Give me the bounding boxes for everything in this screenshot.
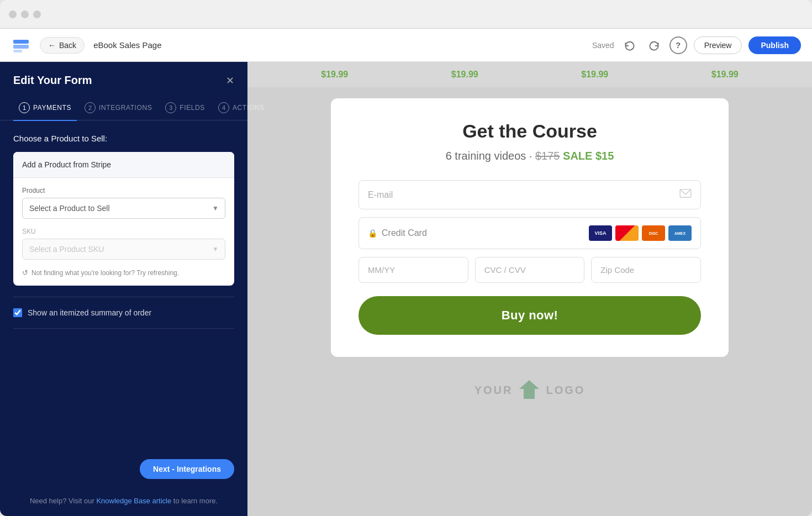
email-input-container[interactable]: E-mail [358, 180, 701, 209]
sidebar: Edit Your Form ✕ 1 PAYMENTS 2 INTEGRATIO… [0, 62, 247, 516]
sale-price: SALE $15 [563, 150, 614, 162]
tab-num-3: 3 [165, 102, 176, 113]
lock-icon: 🔒 [368, 229, 377, 238]
zip-placeholder: Zip Code [600, 265, 634, 275]
back-label: Back [59, 41, 76, 50]
amex-logo: AMEX [668, 225, 692, 241]
top-bar: ← Back eBook Sales Page Saved ? Preview … [0, 29, 812, 62]
product-field-label: Product [22, 187, 225, 194]
price-item-1: $19.99 [321, 70, 348, 80]
logo-area: YOUR LOGO [474, 379, 586, 418]
app-logo [11, 35, 31, 55]
traffic-light-close [9, 10, 17, 18]
help-link[interactable]: Knowledge Base article [96, 497, 171, 505]
publish-button[interactable]: Publish [748, 36, 801, 54]
traffic-light-min [21, 10, 29, 18]
tab-label-actions: ACTIONS [233, 104, 265, 112]
product-select[interactable]: Select a Product to Sell [22, 198, 225, 219]
logo-text-2: LOGO [546, 384, 585, 397]
email-placeholder: E-mail [368, 190, 393, 200]
product-select-wrapper: Select a Product to Sell ▼ [22, 198, 225, 219]
product-card-title: Add a Product from Stripe [22, 160, 111, 169]
sku-field-label: SKU [22, 228, 225, 235]
credit-card-label: Credit Card [382, 228, 427, 238]
close-icon[interactable]: ✕ [226, 75, 234, 87]
date-placeholder: MM/YY [368, 265, 395, 275]
divider-2 [13, 328, 234, 329]
divider-1 [13, 297, 234, 297]
date-input[interactable]: MM/YY [358, 257, 468, 283]
tab-label-payments: PAYMENTS [33, 104, 71, 112]
svg-rect-1 [13, 45, 29, 49]
refresh-icon: ↺ [22, 268, 28, 277]
sidebar-footer: Next - Integrations [0, 450, 247, 490]
logo-placeholder: YOUR LOGO [474, 379, 586, 401]
visa-logo: VISA [589, 225, 612, 241]
redo-button[interactable] [645, 36, 663, 54]
card-logos: VISA DISC AMEX [589, 225, 692, 241]
form-card: Get the Course 6 training videos · $175 … [331, 98, 729, 357]
buy-button[interactable]: Buy now! [358, 296, 701, 335]
form-tabs: 1 PAYMENTS 2 INTEGRATIONS 3 FIELDS 4 ACT… [0, 97, 247, 120]
card-details-row: MM/YY CVC / CVV Zip Code [358, 257, 701, 283]
saved-status: Saved [592, 41, 614, 50]
price-strip: $19.99 $19.99 $19.99 $19.99 [247, 62, 812, 87]
page-title: eBook Sales Page [93, 40, 161, 50]
cvc-input[interactable]: CVC / CVV [475, 257, 585, 283]
tab-num-4: 4 [218, 102, 229, 113]
itemized-checkbox[interactable] [13, 308, 22, 317]
tab-actions[interactable]: 4 ACTIONS [213, 97, 270, 120]
discover-logo: DISC [642, 225, 665, 241]
traffic-lights [9, 10, 41, 18]
itemized-row: Show an itemized summary of order [13, 306, 234, 319]
form-card-title: Get the Course [358, 120, 701, 142]
help-button[interactable]: ? [669, 36, 687, 54]
price-item-2: $19.99 [451, 70, 478, 80]
sku-select-wrapper: Select a Product SKU ▼ [22, 239, 225, 260]
choose-product-label: Choose a Product to Sell: [13, 134, 234, 143]
credit-card-container[interactable]: 🔒 Credit Card VISA DISC AMEX [358, 217, 701, 249]
right-panel: $19.99 $19.99 $19.99 $19.99 Get the Cour… [247, 62, 812, 516]
tab-integrations[interactable]: 2 INTEGRATIONS [79, 97, 157, 120]
help-suffix: to learn more. [171, 497, 218, 505]
back-arrow-icon: ← [48, 41, 56, 50]
tab-num-2: 2 [85, 102, 96, 113]
form-card-subtitle: 6 training videos · $175 SALE $15 [358, 150, 701, 162]
sidebar-content: Choose a Product to Sell: Add a Product … [0, 120, 247, 450]
preview-button[interactable]: Preview [694, 36, 742, 54]
tab-label-fields: FIELDS [180, 104, 205, 112]
next-button[interactable]: Next - Integrations [140, 459, 234, 479]
main-layout: Edit Your Form ✕ 1 PAYMENTS 2 INTEGRATIO… [0, 62, 812, 516]
top-bar-right: Saved ? Preview Publish [592, 36, 801, 54]
back-button[interactable]: ← Back [40, 37, 85, 54]
zip-input[interactable]: Zip Code [591, 257, 701, 283]
itemized-label: Show an itemized summary of order [28, 308, 151, 317]
window-chrome [0, 0, 812, 29]
svg-rect-0 [13, 40, 29, 44]
price-item-3: $19.99 [581, 70, 608, 80]
tab-fields[interactable]: 3 FIELDS [160, 97, 210, 120]
mastercard-logo [615, 225, 639, 241]
svg-rect-2 [13, 50, 22, 52]
subtitle-prefix: 6 training videos · [446, 150, 535, 162]
sidebar-help: Need help? Visit our Knowledge Base arti… [0, 490, 247, 516]
help-text: Need help? Visit our [30, 497, 96, 505]
sku-select[interactable]: Select a Product SKU [22, 239, 225, 260]
tab-label-integrations: INTEGRATIONS [99, 104, 152, 112]
undo-button[interactable] [621, 36, 639, 54]
traffic-light-max [33, 10, 41, 18]
tab-payments[interactable]: 1 PAYMENTS [13, 97, 77, 120]
logo-text: YOUR [474, 384, 513, 397]
product-card: Add a Product from Stripe Product Select… [13, 152, 234, 286]
sidebar-header: Edit Your Form ✕ [0, 62, 247, 97]
product-card-body: Product Select a Product to Sell ▼ SKU S… [13, 178, 234, 286]
price-item-4: $19.99 [711, 70, 739, 80]
email-icon [679, 188, 692, 201]
refresh-note: ↺ Not finding what you're looking for? T… [22, 268, 225, 277]
tab-num-1: 1 [19, 102, 30, 113]
credit-card-left: 🔒 Credit Card [368, 228, 427, 238]
original-price: $175 [535, 150, 560, 162]
product-card-header: Add a Product from Stripe [13, 152, 234, 178]
sidebar-title: Edit Your Form [13, 74, 92, 87]
refresh-note-text: Not finding what you're looking for? Try… [31, 269, 179, 277]
